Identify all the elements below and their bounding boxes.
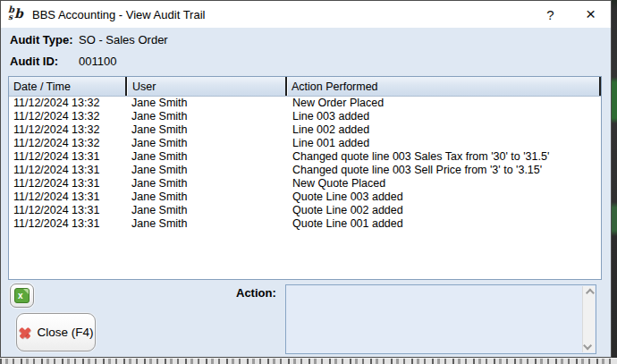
background-window-sliver-bottom bbox=[0, 358, 617, 364]
cell-datetime: 11/12/2024 13:32 bbox=[9, 137, 125, 150]
audit-trail-dialog: b s b BBS Accounting - View Audit Trail … bbox=[0, 0, 612, 358]
bbs-logo-icon: b s b bbox=[7, 5, 25, 23]
table-row[interactable]: 11/12/2024 13:32 Jane Smith Line 003 add… bbox=[9, 110, 601, 123]
background-window-sliver-right bbox=[612, 0, 617, 364]
table-row[interactable]: 11/12/2024 13:31 Jane Smith Changed quot… bbox=[9, 150, 601, 164]
title-bar: b s b BBS Accounting - View Audit Trail … bbox=[1, 1, 611, 28]
table-row[interactable]: 11/12/2024 13:32 Jane Smith New Order Pl… bbox=[9, 97, 601, 110]
column-header-user[interactable]: User bbox=[125, 77, 285, 96]
cell-datetime: 11/12/2024 13:31 bbox=[9, 150, 125, 164]
cell-datetime: 11/12/2024 13:31 bbox=[9, 190, 125, 204]
cell-user: Jane Smith bbox=[125, 110, 287, 123]
cell-datetime: 11/12/2024 13:31 bbox=[9, 217, 125, 231]
window-title: BBS Accounting - View Audit Trail bbox=[32, 8, 205, 21]
table-row[interactable]: 11/12/2024 13:32 Jane Smith Line 002 add… bbox=[9, 123, 601, 137]
export-to-excel-button[interactable]: x bbox=[10, 284, 34, 308]
cell-action: Quote Line 002 added bbox=[287, 204, 601, 217]
action-scrollbar[interactable] bbox=[582, 286, 595, 352]
audit-type-value: SO - Sales Order bbox=[79, 33, 168, 47]
cell-datetime: 11/12/2024 13:32 bbox=[9, 97, 125, 110]
cell-user: Jane Smith bbox=[125, 204, 287, 217]
cell-action: New Order Placed bbox=[287, 97, 601, 110]
cell-action: New Quote Placed bbox=[287, 177, 601, 190]
table-row[interactable]: 11/12/2024 13:31 Jane Smith Quote Line 0… bbox=[9, 190, 601, 204]
close-button-label: Close (F4) bbox=[37, 326, 93, 339]
cell-action: Quote Line 001 added bbox=[287, 217, 601, 231]
cell-datetime: 11/12/2024 13:31 bbox=[9, 204, 125, 217]
table-row[interactable]: 11/12/2024 13:31 Jane Smith Quote Line 0… bbox=[9, 217, 601, 231]
audit-id-value: 001100 bbox=[79, 55, 116, 68]
cell-action: Line 003 added bbox=[287, 110, 601, 123]
cell-datetime: 11/12/2024 13:31 bbox=[9, 164, 125, 177]
close-f4-button[interactable]: Close (F4) bbox=[16, 313, 96, 351]
cell-datetime: 11/12/2024 13:32 bbox=[9, 110, 125, 123]
logo-letter: s bbox=[8, 13, 13, 21]
audit-type-label: Audit Type: bbox=[10, 33, 73, 47]
page-fold bbox=[23, 289, 29, 294]
column-header-action-performed[interactable]: Action Performed bbox=[285, 77, 601, 96]
cell-user: Jane Smith bbox=[125, 150, 287, 164]
cell-user: Jane Smith bbox=[125, 217, 287, 231]
cell-user: Jane Smith bbox=[125, 137, 287, 150]
cell-user: Jane Smith bbox=[125, 123, 287, 137]
cell-action: Line 002 added bbox=[287, 123, 601, 137]
table-row[interactable]: 11/12/2024 13:31 Jane Smith Quote Line 0… bbox=[9, 204, 601, 217]
screen: b s b BBS Accounting - View Audit Trail … bbox=[0, 0, 617, 364]
cell-user: Jane Smith bbox=[125, 177, 287, 190]
cell-user: Jane Smith bbox=[125, 97, 287, 110]
action-label: Action: bbox=[236, 286, 276, 300]
titlebar-buttons: ? × bbox=[530, 1, 611, 28]
cell-user: Jane Smith bbox=[125, 190, 287, 204]
cell-user: Jane Smith bbox=[125, 164, 287, 177]
grid-header: Date / Time User Action Performed bbox=[9, 77, 601, 97]
scroll-down-icon[interactable] bbox=[583, 342, 592, 351]
cell-datetime: 11/12/2024 13:32 bbox=[9, 123, 125, 137]
cell-datetime: 11/12/2024 13:31 bbox=[9, 177, 125, 190]
table-row[interactable]: 11/12/2024 13:32 Jane Smith Line 001 add… bbox=[9, 137, 601, 150]
table-row[interactable]: 11/12/2024 13:31 Jane Smith Changed quot… bbox=[9, 164, 601, 177]
excel-export-icon: x bbox=[14, 288, 30, 303]
excel-x-letter: x bbox=[18, 291, 23, 301]
table-row[interactable]: 11/12/2024 13:31 Jane Smith New Quote Pl… bbox=[9, 177, 601, 190]
audit-id-label: Audit ID: bbox=[10, 55, 58, 68]
cell-action: Changed quote line 003 Sell Price from '… bbox=[287, 164, 601, 177]
cell-action: Changed quote line 003 Sales Tax from '3… bbox=[287, 150, 601, 164]
cell-action: Quote Line 003 added bbox=[287, 190, 601, 204]
window-close-button[interactable]: × bbox=[571, 1, 611, 28]
cell-action: Line 001 added bbox=[287, 137, 601, 150]
logo-letter: b bbox=[14, 7, 23, 20]
help-button[interactable]: ? bbox=[530, 1, 571, 28]
column-header-date-time[interactable]: Date / Time bbox=[9, 77, 125, 96]
scroll-up-icon[interactable] bbox=[586, 289, 595, 298]
action-textarea[interactable] bbox=[285, 284, 596, 354]
red-x-icon bbox=[18, 326, 32, 340]
audit-grid: Date / Time User Action Performed 11/12/… bbox=[8, 76, 602, 280]
